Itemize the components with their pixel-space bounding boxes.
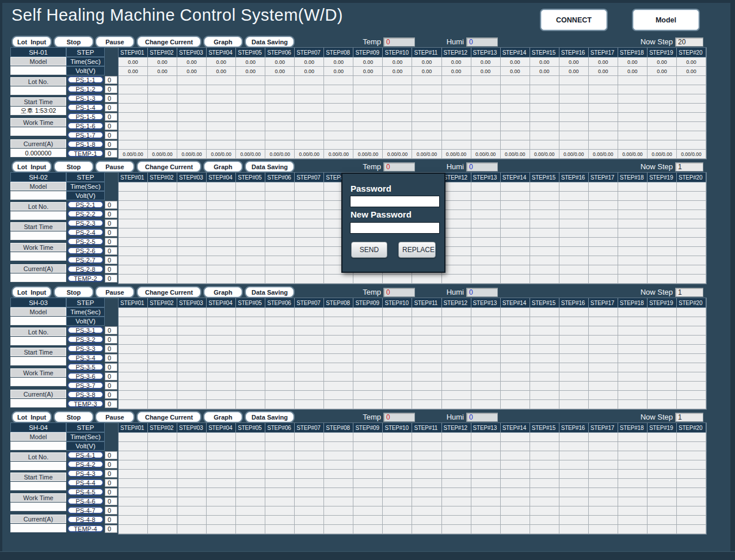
ps-3-6-button[interactable]: PS-3-6	[67, 372, 104, 380]
lot-input-button-sh-02[interactable]: Lot Input	[13, 162, 51, 172]
change-current-button-sh-03[interactable]: Change Current	[138, 287, 200, 297]
start-label-sh-04: Start Time	[10, 473, 66, 481]
ps-2-6-button[interactable]: PS-2-6	[67, 247, 104, 254]
temp-4-button[interactable]: TEMP-4	[67, 525, 104, 532]
lot-value-sh-04[interactable]	[10, 462, 66, 470]
ps-3-4-button[interactable]: PS-3-4	[67, 354, 104, 361]
ps-3-4-value: 0	[105, 354, 117, 362]
current-value-sh-04[interactable]	[10, 524, 66, 532]
temp-3-value: 0	[105, 400, 117, 408]
graph-button-sh-04[interactable]: Graph	[204, 412, 242, 422]
ps-4-6-button[interactable]: PS-4-6	[67, 497, 104, 505]
ps-4-7-button[interactable]: PS-4-7	[67, 506, 104, 514]
ps-2-2-button[interactable]: PS-2-2	[67, 210, 104, 218]
ps-3-7-button[interactable]: PS-3-7	[67, 382, 104, 389]
stop-button-sh-03[interactable]: Stop	[55, 287, 93, 297]
lot-value-sh-01[interactable]	[10, 86, 66, 95]
grid-cell	[236, 76, 265, 85]
ps-1-2-button[interactable]: PS-1-2	[67, 85, 104, 93]
start-value-sh-04[interactable]	[10, 482, 66, 490]
data-saving-button-sh-03[interactable]: Data Saving	[246, 287, 294, 297]
ps-2-7-button[interactable]: PS-2-7	[67, 256, 104, 264]
work-value-sh-01[interactable]	[10, 127, 66, 136]
current-value-sh-03[interactable]	[10, 399, 66, 407]
grid-cell	[530, 256, 559, 265]
start-value-sh-02[interactable]	[10, 231, 66, 240]
grid-cell	[383, 516, 412, 525]
stop-button-sh-04[interactable]: Stop	[55, 412, 93, 422]
pause-button-sh-04[interactable]: Pause	[96, 412, 134, 422]
lot-input-button-sh-03[interactable]: Lot Input	[13, 287, 51, 297]
grid-cell	[471, 460, 501, 470]
new-password-input[interactable]	[350, 222, 440, 234]
graph-button-sh-02[interactable]: Graph	[204, 162, 242, 172]
ps-4-2-button[interactable]: PS-4-2	[67, 460, 104, 468]
current-value-sh-02[interactable]	[10, 273, 66, 282]
data-saving-button-sh-04[interactable]: Data Saving	[246, 412, 294, 422]
ps-1-1-button[interactable]: PS-1-1	[67, 76, 104, 83]
ps-2-3-button[interactable]: PS-2-3	[67, 219, 104, 227]
model-value-sh-03[interactable]	[10, 317, 66, 325]
model-button[interactable]: Model	[633, 10, 699, 30]
pause-button-sh-03[interactable]: Pause	[96, 287, 134, 297]
step-col-header-10: STEP#10	[383, 298, 412, 308]
work-value-sh-02[interactable]	[10, 252, 66, 261]
model-value-sh-01[interactable]	[10, 66, 66, 75]
send-button[interactable]: SEND	[351, 242, 387, 258]
ps-4-4-button[interactable]: PS-4-4	[67, 479, 104, 486]
change-current-button-sh-01[interactable]: Change Current	[138, 37, 200, 47]
grid-cell	[236, 400, 265, 409]
ps-4-1-button[interactable]: PS-4-1	[67, 451, 104, 459]
start-value-sh-01[interactable]: 오후 1:53:02	[10, 106, 66, 115]
ps-1-5-button[interactable]: PS-1-5	[67, 113, 104, 120]
lot-input-button-sh-04[interactable]: Lot Input	[13, 412, 51, 422]
lot-input-button-sh-01[interactable]: Lot Input	[13, 37, 51, 47]
panel-id-sh-03: SH-03	[10, 298, 66, 307]
ps-3-8-button[interactable]: PS-3-8	[67, 391, 104, 398]
graph-button-sh-01[interactable]: Graph	[204, 37, 242, 47]
replace-button[interactable]: REPLACE	[398, 242, 436, 258]
lot-value-sh-03[interactable]	[10, 337, 66, 345]
stop-button-sh-02[interactable]: Stop	[55, 162, 93, 172]
temp-2-button[interactable]: TEMP-2	[67, 275, 104, 282]
model-value-sh-02[interactable]	[10, 191, 66, 200]
data-saving-button-sh-02[interactable]: Data Saving	[246, 162, 294, 172]
ps-3-5-button[interactable]: PS-3-5	[67, 363, 104, 371]
grid-cell	[501, 85, 530, 94]
ps-4-7-value: 0	[105, 506, 117, 515]
ps-3-2-button[interactable]: PS-3-2	[67, 336, 104, 343]
ps-2-4-button[interactable]: PS-2-4	[67, 228, 104, 236]
temp-1-button[interactable]: TEMP-1	[67, 150, 104, 157]
stop-button-sh-01[interactable]: Stop	[55, 37, 93, 47]
work-value-sh-04[interactable]	[10, 502, 66, 511]
ps-1-4-button[interactable]: PS-1-4	[67, 104, 104, 111]
ps-1-7-button[interactable]: PS-1-7	[67, 131, 104, 139]
grid-cell	[471, 382, 501, 391]
pause-button-sh-01[interactable]: Pause	[96, 37, 134, 47]
ps-2-8-button[interactable]: PS-2-8	[67, 265, 104, 273]
change-current-button-sh-04[interactable]: Change Current	[138, 412, 200, 422]
ps-4-5-button[interactable]: PS-4-5	[67, 488, 104, 496]
model-value-sh-04[interactable]	[10, 441, 66, 450]
data-saving-button-sh-01[interactable]: Data Saving	[246, 37, 294, 47]
connect-button[interactable]: CONNECT	[541, 10, 607, 30]
ps-3-1-button[interactable]: PS-3-1	[67, 326, 104, 334]
ps-3-3-button[interactable]: PS-3-3	[67, 345, 104, 352]
current-value-sh-01[interactable]: 0.000000	[10, 148, 66, 157]
start-value-sh-03[interactable]	[10, 357, 66, 365]
lot-value-sh-02[interactable]	[10, 211, 66, 220]
ps-4-8-button[interactable]: PS-4-8	[67, 516, 104, 523]
ps-1-6-button[interactable]: PS-1-6	[67, 122, 104, 129]
ps-2-1-button[interactable]: PS-2-1	[67, 201, 104, 208]
ps-4-3-button[interactable]: PS-4-3	[67, 470, 104, 477]
ps-2-5-button[interactable]: PS-2-5	[67, 238, 104, 245]
change-current-button-sh-02[interactable]: Change Current	[138, 162, 200, 172]
ps-1-8-button[interactable]: PS-1-8	[67, 140, 104, 148]
pause-button-sh-02[interactable]: Pause	[96, 162, 134, 172]
grid-cell: 0.00	[589, 58, 618, 67]
temp-3-button[interactable]: TEMP-3	[67, 400, 104, 407]
password-input[interactable]	[350, 196, 440, 207]
work-value-sh-03[interactable]	[10, 378, 66, 386]
ps-1-3-button[interactable]: PS-1-3	[67, 94, 104, 102]
graph-button-sh-03[interactable]: Graph	[204, 287, 242, 297]
